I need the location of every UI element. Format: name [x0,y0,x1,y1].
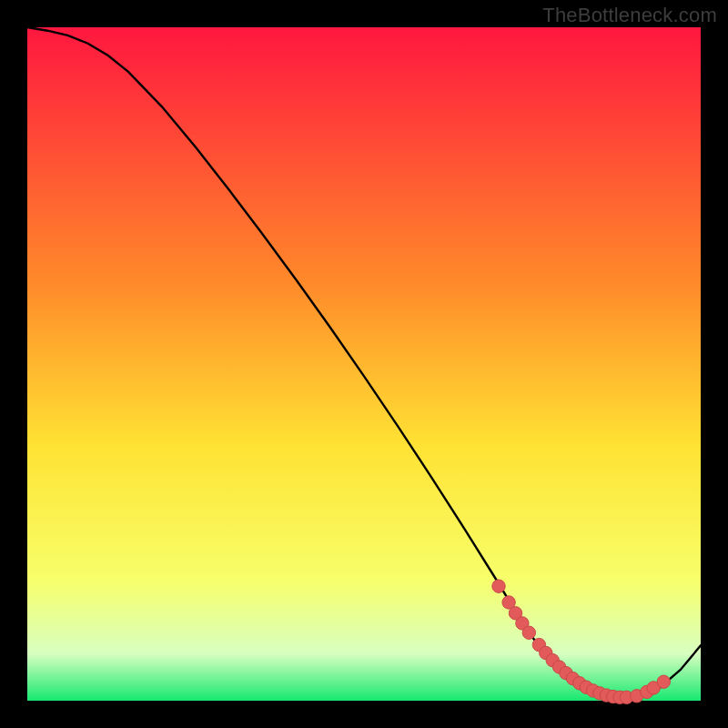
chart-stage: TheBottleneck.com [0,0,728,728]
watermark-text: TheBottleneck.com [542,4,717,27]
curve-marker [492,580,505,592]
curve-marker [522,626,535,639]
bottleneck-curve-chart [0,0,728,728]
curve-marker [657,675,670,688]
plot-background [27,27,701,701]
